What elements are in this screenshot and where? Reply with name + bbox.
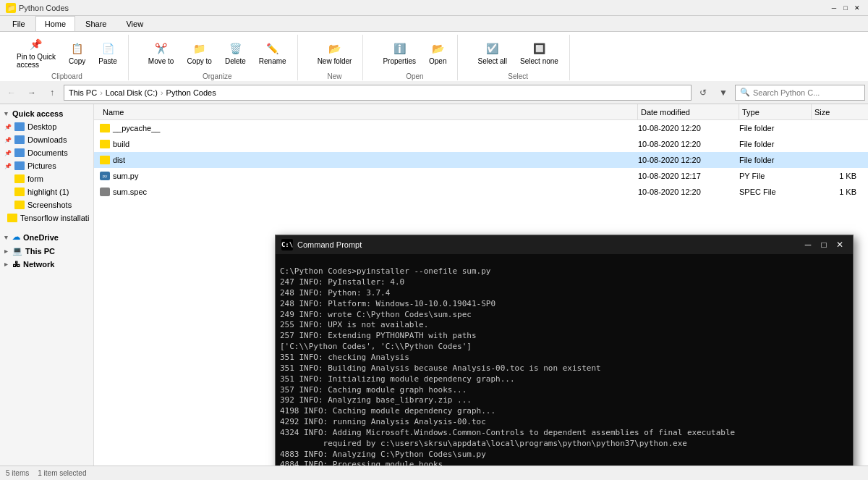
selectall-icon: ☑️	[485, 41, 500, 56]
ribbon-new-btns: 📂 New folder	[312, 35, 357, 71]
rename-button[interactable]: ✏️ Rename	[254, 39, 292, 67]
cmd-body[interactable]: Microsoft Windows [Version 10.0.19041.38…	[276, 254, 853, 466]
selectall-button[interactable]: ☑️ Select all	[472, 39, 512, 67]
thispc-label: This PC	[25, 247, 55, 256]
open-icon: 📂	[430, 41, 445, 56]
file-date: 10-08-2020 12:20	[638, 156, 739, 164]
sidebar-item-tensorflow[interactable]: Tensorflow installati	[0, 211, 93, 224]
title-bar: 📁 Python Codes ─ □ ✕	[0, 0, 868, 16]
cmd-minimize-button[interactable]: ─	[801, 238, 815, 251]
status-selected-info: 1 item selected	[38, 469, 86, 477]
sidebar-label-tensorflow: Tensorflow installati	[20, 214, 89, 222]
network-label: Network	[23, 260, 54, 269]
copy-button[interactable]: 📋 Copy	[64, 39, 90, 67]
table-row[interactable]: dist 10-08-2020 12:20 File folder	[94, 152, 868, 168]
folder-icon-screenshots	[14, 201, 25, 209]
pin-icon: 📌	[29, 37, 43, 51]
onedrive-icon: ☁	[12, 232, 20, 242]
sidebar-thispc-header[interactable]: ▸ 💻 This PC	[0, 244, 93, 258]
tab-home[interactable]: Home	[35, 16, 75, 31]
col-header-date[interactable]: Date modified	[638, 104, 739, 119]
refresh-button[interactable]: ↺	[694, 84, 712, 101]
search-icon: 🔍	[740, 88, 750, 97]
ribbon-body: 📌 Pin to Quickaccess 📋 Copy 📄 Paste Clip…	[0, 31, 868, 83]
onedrive-label: OneDrive	[23, 233, 59, 242]
file-type: File folder	[739, 156, 812, 164]
file-date: 10-08-2020 12:20	[638, 140, 739, 148]
tab-view[interactable]: View	[116, 16, 153, 31]
copyto-button[interactable]: 📁 Copy to	[182, 39, 216, 67]
paste-button[interactable]: 📄 Paste	[93, 39, 122, 67]
tab-share[interactable]: Share	[76, 16, 116, 31]
sidebar-item-screenshots[interactable]: Screenshots	[0, 198, 93, 211]
sidebar-label-pictures: Pictures	[27, 161, 56, 170]
file-date: 10-08-2020 12:20	[638, 188, 739, 196]
cmd-close-button[interactable]: ✕	[833, 238, 847, 251]
folder-icon-pictures	[14, 161, 25, 170]
folder-icon	[100, 124, 110, 132]
path-pythoncodes[interactable]: Python Codes	[166, 88, 216, 97]
move-icon: ✂️	[154, 41, 169, 56]
back-button[interactable]: ←	[3, 84, 20, 101]
sidebar-label-desktop: Desktop	[27, 122, 56, 131]
folder-icon	[100, 156, 110, 164]
tab-file[interactable]: File	[3, 16, 35, 31]
selectnone-button[interactable]: 🔲 Select none	[515, 39, 563, 67]
folder-icon-highlight	[14, 188, 25, 196]
title-bar-text: Python Codes	[19, 4, 69, 12]
table-row[interactable]: build 10-08-2020 12:20 File folder	[94, 136, 868, 152]
app-icon: 📁	[6, 3, 16, 13]
newfolder-button[interactable]: 📂 New folder	[312, 39, 357, 67]
col-header-name[interactable]: Name	[100, 104, 638, 119]
ribbon-open-btns: ℹ️ Properties 📂 Open	[378, 35, 451, 71]
sidebar-item-downloads[interactable]: 📌 Downloads	[0, 133, 93, 146]
minimize-button[interactable]: ─	[829, 3, 839, 13]
open-button[interactable]: 📂 Open	[424, 39, 451, 67]
forward-button[interactable]: →	[23, 84, 41, 101]
sidebar-item-highlight[interactable]: highlight (1)	[0, 185, 93, 198]
ribbon-organize-btns: ✂️ Move to 📁 Copy to 🗑️ Delete ✏️ Rename	[143, 35, 292, 71]
quickaccess-arrow: ▾	[4, 110, 8, 117]
search-input[interactable]	[753, 88, 860, 97]
copyto-icon: 📁	[192, 41, 207, 56]
up-button[interactable]: ↑	[43, 84, 61, 101]
cmd-title-text: Command Prompt	[297, 240, 796, 249]
col-header-type[interactable]: Type	[739, 104, 812, 119]
pin-icon-desktop: 📌	[4, 124, 12, 130]
sidebar-item-documents[interactable]: 📌 Documents	[0, 146, 93, 159]
path-localdisk[interactable]: Local Disk (C:)	[106, 88, 158, 97]
main-area: ▾ Quick access 📌 Desktop 📌 Downloads 📌 D…	[0, 104, 868, 466]
delete-button[interactable]: 🗑️ Delete	[220, 39, 251, 67]
sidebar-item-form[interactable]: form	[0, 172, 93, 185]
ribbon-group-organize: ✂️ Move to 📁 Copy to 🗑️ Delete ✏️ Rename…	[137, 35, 298, 80]
maximize-button[interactable]: □	[841, 3, 851, 13]
search-box[interactable]: 🔍	[735, 85, 865, 101]
move-button[interactable]: ✂️ Move to	[143, 39, 179, 67]
file-size: 1 KB	[812, 188, 862, 196]
sidebar-item-pictures[interactable]: 📌 Pictures	[0, 159, 93, 172]
cmd-maximize-button[interactable]: □	[817, 238, 831, 251]
sidebar-label-form: form	[27, 174, 43, 183]
quickaccess-label: Quick access	[12, 109, 63, 118]
folder-icon-desktop	[14, 122, 25, 131]
properties-button[interactable]: ℹ️ Properties	[378, 39, 421, 67]
sidebar-label-documents: Documents	[27, 148, 68, 157]
col-header-size[interactable]: Size	[812, 104, 862, 119]
table-row[interactable]: py sum.py 10-08-2020 12:17 PY File 1 KB	[94, 168, 868, 184]
file-name: py sum.py	[100, 172, 638, 180]
pin-icon-downloads: 📌	[4, 137, 12, 143]
file-date: 10-08-2020 12:20	[638, 124, 739, 132]
sidebar-item-desktop[interactable]: 📌 Desktop	[0, 120, 93, 133]
folder-icon-downloads	[14, 135, 25, 144]
addressbar-expand-button[interactable]: ▼	[715, 84, 732, 101]
path-thispc[interactable]: This PC	[69, 88, 97, 97]
sidebar-quickaccess-header[interactable]: ▾ Quick access	[0, 107, 93, 120]
table-row[interactable]: sum.spec 10-08-2020 12:20 SPEC File 1 KB	[94, 184, 868, 200]
close-button[interactable]: ✕	[852, 3, 862, 13]
table-row[interactable]: __pycache__ 10-08-2020 12:20 File folder	[94, 120, 868, 136]
address-path[interactable]: This PC › Local Disk (C:) › Python Codes	[64, 85, 692, 101]
cmd-titlebar: C:\ Command Prompt ─ □ ✕	[276, 235, 853, 254]
pin-button[interactable]: 📌 Pin to Quickaccess	[12, 35, 61, 71]
sidebar-onedrive-header[interactable]: ▾ ☁ OneDrive	[0, 230, 93, 244]
sidebar-network-header[interactable]: ▸ 🖧 Network	[0, 258, 93, 271]
